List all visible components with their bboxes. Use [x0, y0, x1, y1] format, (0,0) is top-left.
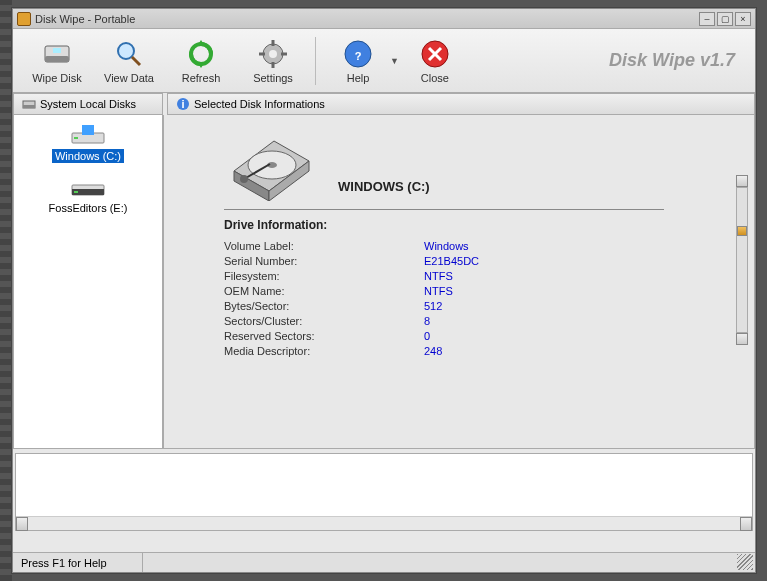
info-label: Bytes/Sector: [224, 300, 424, 312]
scroll-track[interactable] [736, 187, 748, 333]
info-row: Sectors/Cluster:8 [224, 315, 714, 327]
hard-disk-icon [224, 131, 314, 201]
statusbar: Press F1 for Help [13, 552, 755, 572]
info-value: 8 [424, 315, 430, 327]
disks-icon [22, 97, 36, 111]
close-window-button[interactable]: × [735, 12, 751, 26]
svg-point-3 [118, 43, 134, 59]
disk-label: FossEditors (E:) [46, 201, 131, 215]
drive-icon [70, 123, 106, 147]
disk-item-e[interactable]: FossEditors (E:) [18, 175, 158, 215]
info-row: OEM Name:NTFS [224, 285, 714, 297]
info-row: Reserved Sectors:0 [224, 330, 714, 342]
svg-line-4 [132, 57, 140, 65]
scroll-thumb[interactable] [737, 226, 747, 236]
disk-item-c[interactable]: Windows (C:) [18, 123, 158, 163]
svg-rect-17 [23, 105, 35, 108]
status-help-text: Press F1 for Help [13, 553, 143, 572]
info-row: Media Descriptor:248 [224, 345, 714, 357]
info-label: Reserved Sectors: [224, 330, 424, 342]
info-label: Media Descriptor: [224, 345, 424, 357]
toolbar: Wipe Disk View Data Refresh Settings ? H [13, 29, 755, 93]
info-value: 512 [424, 300, 442, 312]
log-panel [15, 453, 753, 531]
svg-text:i: i [181, 98, 184, 110]
titlebar[interactable]: Disk Wipe - Portable – ▢ × [13, 9, 755, 29]
drive-icon [70, 175, 106, 199]
wipe-disk-button[interactable]: Wipe Disk [21, 32, 93, 90]
svg-rect-21 [82, 125, 94, 135]
info-value: NTFS [424, 285, 453, 297]
app-icon [17, 12, 31, 26]
settings-button[interactable]: Settings [237, 32, 309, 90]
minimize-button[interactable]: – [699, 12, 715, 26]
info-row: Volume Label:Windows [224, 240, 714, 252]
info-row: Serial Number:E21B45DC [224, 255, 714, 267]
magnifier-icon [113, 38, 145, 70]
scroll-left-button[interactable] [16, 517, 28, 531]
info-value: E21B45DC [424, 255, 479, 267]
disk-label: Windows (C:) [52, 149, 124, 163]
scroll-down-button[interactable] [736, 333, 748, 345]
info-label: OEM Name: [224, 285, 424, 297]
scroll-right-button[interactable] [740, 517, 752, 531]
resize-grip[interactable] [737, 554, 753, 570]
maximize-button[interactable]: ▢ [717, 12, 733, 26]
section-title: Drive Information: [224, 218, 714, 232]
info-label: Volume Label: [224, 240, 424, 252]
tab-disk-info[interactable]: i Selected Disk Informations [167, 93, 755, 115]
info-value: 0 [424, 330, 430, 342]
info-label: Sectors/Cluster: [224, 315, 424, 327]
vertical-scrollbar[interactable] [736, 175, 748, 345]
close-icon [419, 38, 451, 70]
disk-icon [41, 38, 73, 70]
info-icon: i [176, 97, 190, 111]
info-label: Filesystem: [224, 270, 424, 282]
view-data-button[interactable]: View Data [93, 32, 165, 90]
refresh-button[interactable]: Refresh [165, 32, 237, 90]
help-button[interactable]: ? Help [322, 32, 394, 90]
svg-rect-1 [45, 56, 69, 62]
scroll-up-button[interactable] [736, 175, 748, 187]
info-value: NTFS [424, 270, 453, 282]
info-label: Serial Number: [224, 255, 424, 267]
gear-icon [257, 38, 289, 70]
panel-headers: System Local Disks i Selected Disk Infor… [13, 93, 755, 115]
sidebar-disk-list: Windows (C:) FossEditors (E:) [13, 115, 163, 449]
selected-disk-title: WINDOWS (C:) [338, 179, 430, 194]
svg-rect-22 [74, 137, 78, 139]
app-window: Disk Wipe - Portable – ▢ × Wipe Disk Vie… [12, 8, 756, 573]
help-dropdown-arrow[interactable]: ▼ [390, 56, 399, 66]
window-title: Disk Wipe - Portable [35, 13, 699, 25]
toolbar-separator [315, 37, 316, 85]
tab-local-disks[interactable]: System Local Disks [13, 93, 163, 115]
svg-point-28 [240, 175, 248, 183]
info-value: 248 [424, 345, 442, 357]
close-button[interactable]: Close [399, 32, 471, 90]
svg-rect-2 [53, 48, 61, 53]
refresh-icon [185, 38, 217, 70]
svg-text:?: ? [355, 50, 362, 62]
info-value: Windows [424, 240, 469, 252]
info-row: Bytes/Sector:512 [224, 300, 714, 312]
svg-rect-25 [74, 191, 78, 193]
disk-info-panel: WINDOWS (C:) Drive Information: Volume L… [163, 115, 755, 449]
horizontal-scrollbar[interactable] [16, 516, 752, 530]
app-title: Disk Wipe v1.7 [609, 50, 735, 71]
info-row: Filesystem:NTFS [224, 270, 714, 282]
help-icon: ? [342, 38, 374, 70]
svg-point-6 [269, 50, 277, 58]
